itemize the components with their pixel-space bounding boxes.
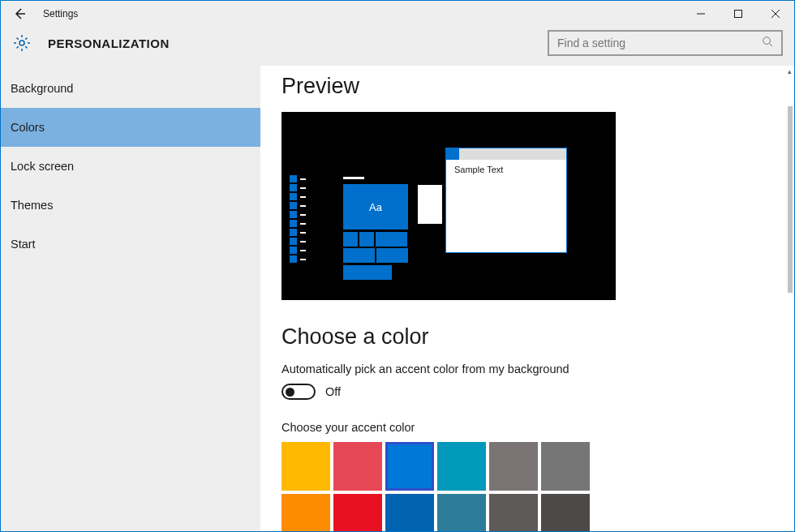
sidebar-item-label: Colors bbox=[11, 121, 45, 134]
accent-swatch[interactable] bbox=[385, 442, 434, 491]
preview-hero-thumb bbox=[418, 185, 442, 224]
preview-start-tiles: Aa bbox=[343, 177, 408, 280]
maximize-button[interactable] bbox=[720, 1, 757, 27]
choose-color-heading: Choose a color bbox=[281, 324, 794, 350]
sidebar-item-lock-screen[interactable]: Lock screen bbox=[1, 147, 260, 186]
svg-point-2 bbox=[763, 37, 771, 45]
sidebar-item-background[interactable]: Background bbox=[1, 69, 260, 108]
close-button[interactable] bbox=[757, 1, 794, 27]
sidebar-item-themes[interactable]: Themes bbox=[1, 186, 260, 225]
category-heading: PERSONALIZATION bbox=[48, 36, 170, 50]
auto-pick-toggle[interactable] bbox=[281, 384, 316, 400]
sidebar-item-colors[interactable]: Colors bbox=[1, 108, 260, 147]
auto-pick-label: Automatically pick an accent color from … bbox=[281, 363, 794, 375]
sidebar-item-label: Start bbox=[11, 238, 36, 251]
accent-swatch[interactable] bbox=[437, 494, 486, 531]
preview-panel: Aa Sample Text bbox=[281, 112, 616, 300]
scroll-thumb[interactable] bbox=[788, 106, 793, 293]
accent-color-label: Choose your accent color bbox=[281, 421, 794, 434]
sidebar-item-start[interactable]: Start bbox=[1, 225, 260, 264]
accent-swatch[interactable] bbox=[541, 494, 590, 531]
gear-icon bbox=[12, 33, 32, 53]
header: PERSONALIZATION bbox=[1, 27, 794, 66]
preview-heading: Preview bbox=[281, 74, 794, 99]
auto-pick-toggle-row: Off bbox=[281, 384, 794, 400]
accent-swatch[interactable] bbox=[333, 442, 382, 491]
sidebar-item-label: Lock screen bbox=[11, 160, 74, 173]
search-icon bbox=[762, 36, 773, 50]
scroll-up-icon[interactable]: ▴ bbox=[784, 66, 794, 77]
titlebar: Settings bbox=[1, 1, 794, 27]
sidebar-item-label: Background bbox=[11, 82, 73, 95]
window-title: Settings bbox=[38, 8, 78, 19]
accent-swatch[interactable] bbox=[437, 442, 486, 491]
accent-swatch[interactable] bbox=[489, 494, 538, 531]
back-button[interactable] bbox=[1, 1, 38, 27]
accent-swatch[interactable] bbox=[333, 494, 382, 531]
preview-big-tile: Aa bbox=[343, 184, 408, 230]
preview-sample-window: Sample Text bbox=[445, 148, 567, 253]
sidebar: Background Colors Lock screen Themes Sta… bbox=[1, 66, 260, 531]
sidebar-item-label: Themes bbox=[11, 199, 53, 212]
preview-sample-text: Sample Text bbox=[446, 160, 566, 179]
scrollbar[interactable]: ▴ bbox=[784, 66, 794, 531]
minimize-button[interactable] bbox=[682, 1, 720, 27]
search-box[interactable] bbox=[548, 30, 783, 56]
auto-pick-state: Off bbox=[325, 385, 341, 398]
content-pane: Preview bbox=[260, 66, 794, 531]
settings-window: Settings PERSONALIZATION Background Colo… bbox=[0, 0, 795, 532]
accent-swatch[interactable] bbox=[281, 494, 330, 531]
body: Background Colors Lock screen Themes Sta… bbox=[1, 66, 794, 531]
accent-swatch[interactable] bbox=[541, 442, 590, 491]
accent-swatch[interactable] bbox=[385, 494, 434, 531]
accent-swatch-grid bbox=[281, 442, 606, 531]
accent-swatch[interactable] bbox=[281, 442, 330, 491]
svg-point-1 bbox=[19, 41, 24, 45]
accent-swatch[interactable] bbox=[489, 442, 538, 491]
svg-rect-0 bbox=[735, 11, 742, 18]
preview-taskbar bbox=[290, 175, 306, 264]
search-input[interactable] bbox=[557, 36, 762, 49]
